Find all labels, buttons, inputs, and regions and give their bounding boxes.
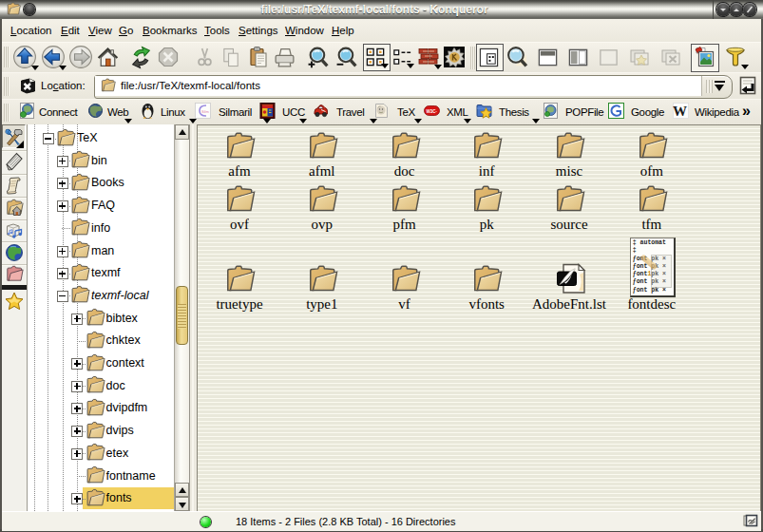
svg-text:Silm: Silm [201,109,209,114]
svg-text:W3C·: W3C· [427,109,438,114]
svg-text:W: W [673,104,687,119]
